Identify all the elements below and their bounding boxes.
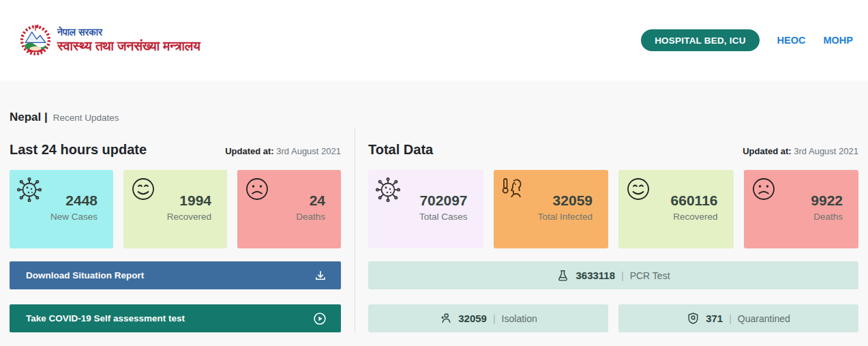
total-data-section: Total Data Updated at: 3rd August 2021 — [368, 128, 858, 332]
total-cards: 702097 Total Cases — [368, 170, 858, 248]
mohp-link[interactable]: MOHP — [824, 35, 854, 46]
deaths-24-card: 24 Deaths — [237, 170, 341, 248]
download-icon — [314, 270, 327, 282]
total-cases-value: 702097 — [419, 192, 468, 210]
deaths-24-label: Deaths — [296, 212, 325, 222]
total-deaths-value: 9922 — [811, 192, 843, 210]
stat-divider: | — [621, 270, 624, 281]
play-circle-icon — [313, 312, 327, 326]
new-cases-label: New Cases — [50, 212, 98, 222]
total-deaths-card: 9922 Deaths — [744, 170, 859, 248]
virus-icon — [16, 175, 43, 203]
stat-grid: 32059 | Isolation 371 | Quarantined — [368, 304, 858, 332]
total-title: Total Data — [368, 142, 433, 158]
quarantined-label: Quarantined — [738, 313, 790, 324]
recovered-24-text: 1994 Recovered — [167, 192, 211, 222]
breadcrumb: Nepal | Recent Updates — [10, 111, 858, 124]
recovered-24-card: 1994 Recovered — [123, 170, 227, 248]
pcr-test-label: PCR Test — [630, 270, 670, 281]
heoc-link[interactable]: HEOC — [777, 35, 806, 46]
self-assessment-button-label: Take COVID-19 Self assessment test — [26, 313, 185, 323]
updated-at-label: Updated at: — [225, 146, 274, 156]
logo-line2: स्वास्थ्य तथा जनसंख्या मन्त्रालय — [57, 38, 200, 55]
total-recovered-label: Recovered — [671, 212, 718, 222]
total-deaths-label: Deaths — [811, 212, 843, 222]
total-infected-value: 32059 — [538, 192, 593, 210]
total-recovered-card: 660116 Recovered — [618, 170, 734, 248]
dashboard-columns: Last 24 hours update Updated at: 3rd Aug… — [10, 128, 858, 332]
recovered-24-label: Recovered — [167, 212, 211, 222]
last24-title: Last 24 hours update — [10, 142, 147, 158]
thermometer-person-icon — [500, 175, 527, 203]
flask-icon — [556, 269, 569, 282]
nepal-emblem-icon — [18, 23, 53, 58]
virus-icon — [374, 175, 402, 203]
stat-divider: | — [729, 313, 732, 324]
total-infected-text: 32059 Total Infected — [538, 192, 593, 222]
pcr-test-value: 3633118 — [575, 270, 615, 281]
total-infected-card: 32059 Total Infected — [494, 170, 609, 248]
last24-section-head: Last 24 hours update Updated at: 3rd Aug… — [10, 142, 341, 158]
recovered-24-value: 1994 — [167, 192, 211, 210]
sad-face-icon — [243, 175, 271, 203]
new-cases-value: 2448 — [50, 192, 98, 210]
total-infected-label: Total Infected — [538, 212, 593, 222]
main-content: Nepal | Recent Updates Last 24 hours upd… — [0, 111, 868, 332]
top-actions: HOSPITAL BED, ICU HEOC MOHP — [641, 29, 853, 51]
happy-face-icon — [625, 175, 652, 203]
deaths-24-text: 24 Deaths — [296, 192, 325, 222]
total-cases-card: 702097 Total Cases — [368, 170, 483, 248]
breadcrumb-country: Nepal | — [10, 111, 48, 124]
total-updated-at: Updated at: 3rd August 2021 — [743, 146, 858, 156]
deaths-24-value: 24 — [296, 192, 325, 210]
quarantined-value: 371 — [706, 313, 723, 324]
breadcrumb-subtitle: Recent Updates — [53, 113, 119, 123]
vertical-divider — [355, 128, 355, 332]
pcr-test-row: 3633118 | PCR Test — [368, 261, 858, 289]
logo-line1: नेपाल सरकार — [57, 26, 200, 38]
updated-at-label: Updated at: — [743, 146, 792, 156]
last-24-hours-section: Last 24 hours update Updated at: 3rd Aug… — [10, 128, 341, 332]
top-bar: नेपाल सरकार स्वास्थ्य तथा जनसंख्या मन्त्… — [0, 0, 868, 81]
hospital-bed-icu-button[interactable]: HOSPITAL BED, ICU — [641, 29, 759, 51]
covid-dashboard-page: नेपाल सरकार स्वास्थ्य तथा जनसंख्या मन्त्… — [0, 0, 868, 346]
isolation-value: 32059 — [458, 313, 487, 324]
nepal-government-logo: नेपाल सरकार स्वास्थ्य तथा जनसंख्या मन्त्… — [18, 23, 200, 58]
stat-divider: | — [493, 313, 496, 324]
download-button-label: Download Situation Report — [26, 270, 144, 280]
sad-face-icon — [750, 175, 777, 203]
happy-face-icon — [130, 175, 157, 203]
quarantined-row: 371 | Quarantined — [618, 304, 858, 332]
new-cases-text: 2448 New Cases — [50, 192, 98, 222]
updated-at-value: 3rd August 2021 — [794, 146, 858, 156]
new-cases-card: 2448 New Cases — [10, 170, 113, 248]
last24-updated-at: Updated at: 3rd August 2021 — [225, 146, 341, 156]
isolation-row: 32059 | Isolation — [368, 304, 608, 332]
download-situation-report-button[interactable]: Download Situation Report — [10, 261, 341, 289]
updated-at-value: 3rd August 2021 — [276, 146, 341, 156]
total-recovered-value: 660116 — [671, 192, 718, 210]
self-assessment-button[interactable]: Take COVID-19 Self assessment test — [10, 304, 341, 332]
person-icon — [439, 312, 452, 325]
total-deaths-text: 9922 Deaths — [811, 192, 843, 222]
total-section-head: Total Data Updated at: 3rd August 2021 — [368, 142, 858, 158]
total-cases-label: Total Cases — [419, 212, 468, 222]
shield-icon — [687, 312, 700, 325]
total-recovered-text: 660116 Recovered — [671, 192, 718, 222]
last24-cards: 2448 New Cases 1994 Recovered — [10, 170, 341, 248]
total-cases-text: 702097 Total Cases — [419, 192, 468, 222]
logo-text: नेपाल सरकार स्वास्थ्य तथा जनसंख्या मन्त्… — [57, 26, 200, 55]
isolation-label: Isolation — [502, 313, 537, 324]
